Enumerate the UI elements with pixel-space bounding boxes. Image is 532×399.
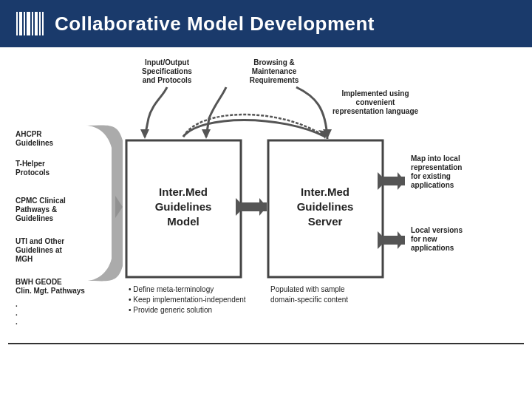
svg-text:Protocols: Protocols	[16, 168, 50, 177]
svg-text:convenient: convenient	[356, 98, 395, 106]
svg-rect-3	[27, 12, 30, 35]
header: Collaborative Model Development	[0, 0, 532, 47]
svg-text:and Protocols: and Protocols	[143, 76, 192, 84]
svg-text:applications: applications	[411, 181, 454, 189]
svg-text:Map into local: Map into local	[411, 154, 460, 163]
svg-marker-37	[140, 129, 149, 139]
svg-text:Server: Server	[308, 215, 343, 228]
svg-text:MGH: MGH	[16, 255, 33, 263]
svg-text:Guidelines: Guidelines	[297, 200, 354, 213]
diagram-svg: Input/Output Specifications and Protocol…	[8, 52, 524, 369]
svg-text:Inter.Med: Inter.Med	[159, 185, 208, 198]
svg-marker-38	[202, 129, 211, 139]
svg-text:.: .	[16, 300, 18, 308]
svg-text:Local versions: Local versions	[411, 226, 463, 234]
svg-rect-5	[35, 12, 38, 35]
svg-text:Browsing &: Browsing &	[253, 58, 295, 66]
svg-marker-50	[398, 172, 405, 190]
svg-text:for existing: for existing	[411, 172, 451, 180]
svg-text:Guidelines at: Guidelines at	[16, 246, 62, 254]
svg-text:representation language: representation language	[332, 107, 419, 115]
svg-text:• Provide generic solution: • Provide generic solution	[129, 306, 212, 314]
svg-text:Input/Output: Input/Output	[145, 58, 190, 66]
svg-marker-57	[398, 231, 405, 249]
svg-text:AHCPR: AHCPR	[16, 130, 42, 138]
svg-text:Pathways &: Pathways &	[16, 205, 57, 214]
svg-rect-6	[39, 12, 41, 35]
svg-rect-0	[16, 12, 18, 35]
svg-rect-4	[32, 12, 33, 35]
svg-rect-7	[42, 12, 44, 35]
svg-text:.: .	[16, 318, 18, 326]
svg-text:Implemented using: Implemented using	[341, 89, 409, 98]
svg-text:UTI and Other: UTI and Other	[16, 237, 64, 245]
svg-text:Model: Model	[167, 215, 199, 228]
svg-rect-2	[24, 12, 25, 35]
svg-text:Guidelines: Guidelines	[16, 214, 54, 222]
svg-text:Requirements: Requirements	[250, 76, 299, 84]
svg-text:CPMC Clinical: CPMC Clinical	[16, 197, 66, 205]
svg-rect-1	[19, 12, 22, 35]
svg-text:BWH GEODE: BWH GEODE	[16, 278, 62, 286]
svg-text:Guidelines: Guidelines	[155, 200, 212, 213]
svg-text:Specifications: Specifications	[142, 67, 192, 75]
svg-text:applications: applications	[411, 244, 454, 252]
svg-text:.: .	[16, 309, 18, 317]
svg-marker-41	[259, 198, 267, 216]
svg-text:Populated with sample: Populated with sample	[270, 285, 345, 293]
page: Collaborative Model Development Input/Ou…	[0, 0, 532, 399]
svg-text:T-Helper: T-Helper	[16, 160, 45, 168]
svg-text:Inter.Med: Inter.Med	[301, 185, 349, 198]
content-area: Input/Output Specifications and Protocol…	[0, 47, 532, 374]
svg-text:• Keep implementation-independ: • Keep implementation-independent	[129, 296, 246, 304]
svg-text:Guidelines: Guidelines	[16, 139, 54, 147]
svg-text:for new: for new	[411, 235, 437, 243]
svg-text:• Define meta-terminology: • Define meta-terminology	[129, 285, 214, 293]
logo	[15, 9, 44, 38]
svg-text:representation: representation	[411, 163, 462, 171]
svg-text:domain-specific content: domain-specific content	[270, 296, 348, 304]
page-title: Collaborative Model Development	[55, 13, 375, 35]
svg-text:Clin. Mgt. Pathways: Clin. Mgt. Pathways	[16, 287, 85, 295]
svg-text:Maintenance: Maintenance	[252, 67, 297, 75]
